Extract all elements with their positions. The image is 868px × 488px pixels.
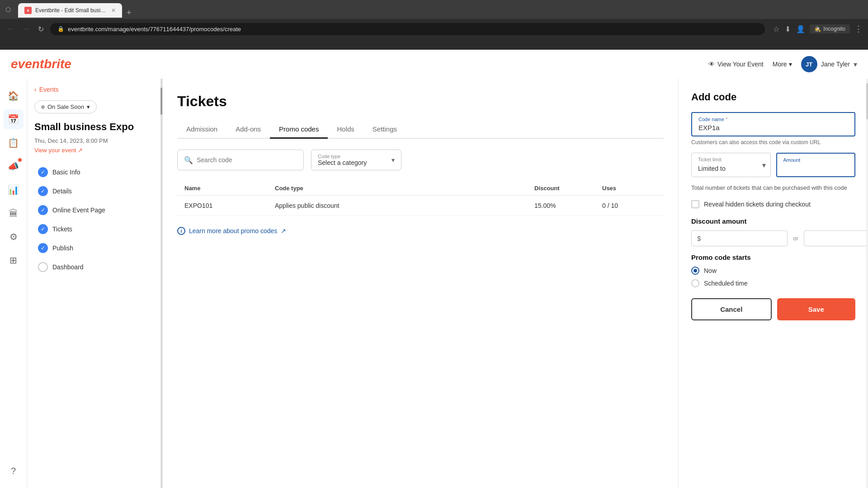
percent-input[interactable]: [810, 235, 868, 242]
sidebar-nav-item[interactable]: Dashboard: [34, 258, 155, 277]
back-to-events[interactable]: ‹ Events: [34, 86, 155, 93]
tab-item[interactable]: Admission: [177, 121, 226, 139]
amount-input[interactable]: [783, 165, 856, 173]
ticket-limit-label: Ticket limit: [692, 153, 770, 162]
back-button[interactable]: ←: [5, 23, 16, 35]
ticket-limit-select[interactable]: Limited to: [692, 164, 770, 176]
radio-scheduled[interactable]: [691, 279, 699, 287]
check-icon: ✓: [38, 167, 48, 177]
table-header-cell: Discount: [534, 185, 602, 192]
save-button[interactable]: Save: [777, 298, 856, 320]
tab-item[interactable]: Settings: [363, 121, 406, 139]
event-sidebar: ‹ Events On Sale Soon ▾ Small business E…: [27, 79, 163, 488]
search-input[interactable]: [197, 156, 297, 164]
learn-more-link[interactable]: i Learn more about promo codes ↗: [177, 227, 664, 235]
table-row: EXPO101 Applies public discount 15.00% 0…: [177, 196, 664, 216]
eye-icon: 👁: [708, 61, 715, 68]
list-nav-button[interactable]: 📋: [4, 133, 24, 153]
tab-close-icon[interactable]: ✕: [111, 7, 116, 14]
workspace-menu[interactable]: ⬡: [5, 6, 11, 13]
page-title: Tickets: [177, 93, 664, 110]
radio-now-label: Now: [704, 267, 717, 274]
status-chevron-icon: ▾: [87, 103, 90, 110]
add-code-panel: Add code Code name * Customers can also …: [678, 79, 868, 488]
total-tickets-text: Total number of tickets that can be purc…: [691, 184, 855, 191]
address-bar[interactable]: 🔒 eventbrite.com/manage/events/776711644…: [50, 23, 765, 35]
view-event-button[interactable]: 👁 View Your Event: [708, 61, 764, 68]
code-type-label: Code type: [318, 154, 367, 159]
discount-row: $ or %: [691, 230, 855, 246]
nav-item-label: Tickets: [52, 225, 72, 233]
sidebar-nav-item[interactable]: ✓Details: [34, 182, 155, 201]
view-event-link[interactable]: View your event ↗: [34, 147, 155, 154]
download-icon[interactable]: ⬇: [785, 25, 791, 33]
sidebar-nav-item[interactable]: ✓Tickets: [34, 220, 155, 239]
sidebar-nav: ✓Basic Info✓Details✓Online Event Page✓Ti…: [34, 163, 155, 277]
dollar-sign: $: [697, 235, 701, 242]
panel-actions: Cancel Save: [691, 298, 855, 320]
cancel-button[interactable]: Cancel: [691, 298, 772, 320]
tab-item[interactable]: Promo codes: [270, 121, 328, 139]
ticket-limit-select-wrapper: Ticket limit Limited to ▾: [691, 153, 771, 177]
gear-nav-button[interactable]: ⚙: [4, 227, 24, 247]
sidebar-nav-item[interactable]: ✓Publish: [34, 239, 155, 258]
radio-now[interactable]: [691, 267, 699, 275]
nav-item-label: Basic Info: [52, 169, 80, 176]
code-name-wrapper: Code name *: [691, 112, 855, 136]
help-nav-button[interactable]: ?: [4, 461, 24, 481]
row-code-type: Applies public discount: [275, 202, 534, 209]
custom-url-helper: Customers can also access this code via …: [691, 139, 855, 145]
code-name-input[interactable]: [698, 124, 848, 131]
calendar-nav-button[interactable]: 📅: [4, 109, 24, 129]
event-title: Small business Expo: [34, 121, 155, 134]
new-tab-button[interactable]: +: [123, 8, 135, 18]
tab-favicon: e: [24, 7, 32, 14]
row-name: EXPO101: [184, 202, 275, 209]
radio-dot: [693, 269, 697, 272]
check-icon: ✓: [38, 243, 48, 253]
back-arrow-icon: ‹: [34, 86, 37, 93]
search-box: 🔍: [177, 150, 304, 170]
forward-button[interactable]: →: [21, 23, 32, 35]
more-button[interactable]: More ▾: [773, 61, 792, 68]
building-nav-button[interactable]: 🏛: [4, 203, 24, 223]
table-header-cell: Name: [184, 185, 275, 192]
radio-scheduled-row: Scheduled time: [691, 279, 855, 287]
code-type-value: Select a category: [318, 159, 367, 166]
check-icon: ✓: [38, 224, 48, 234]
main-content: Tickets AdmissionAdd-onsPromo codesHolds…: [163, 79, 678, 488]
megaphone-nav-button[interactable]: 📣: [4, 156, 24, 176]
table-header: NameCode typeDiscountUses: [177, 181, 664, 196]
chart-nav-button[interactable]: 📊: [4, 180, 24, 200]
sidebar-nav-item[interactable]: ✓Basic Info: [34, 163, 155, 182]
code-type-filter[interactable]: Code type Select a category ▾: [311, 150, 401, 170]
radio-now-row: Now: [691, 267, 855, 275]
profile-icon[interactable]: 👤: [796, 25, 805, 33]
tab-item[interactable]: Add-ons: [226, 121, 270, 139]
learn-more-external-icon: ↗: [281, 227, 286, 235]
home-nav-button[interactable]: 🏠: [4, 86, 24, 106]
promo-starts-label: Promo code starts: [691, 253, 855, 261]
bookmark-icon[interactable]: ☆: [773, 25, 779, 33]
tab-item[interactable]: Holds: [328, 121, 363, 139]
active-tab[interactable]: e Eventbrite - Edit Small busine... ✕: [18, 3, 122, 18]
search-icon: 🔍: [184, 156, 193, 164]
radio-scheduled-label: Scheduled time: [704, 280, 748, 287]
user-name: Jane Tyler: [821, 61, 850, 68]
external-link-icon: ↗: [78, 147, 83, 154]
user-chevron-icon: ▾: [854, 60, 857, 69]
grid-nav-button[interactable]: ⊞: [4, 250, 24, 270]
incognito-icon: 🕵: [814, 26, 821, 32]
refresh-button[interactable]: ↻: [36, 23, 46, 35]
user-menu[interactable]: JT Jane Tyler ▾: [801, 56, 857, 72]
reveal-hidden-checkbox[interactable]: [691, 200, 699, 208]
dollar-input-wrap: $: [691, 230, 788, 246]
row-discount: 15.00%: [534, 202, 602, 209]
menu-icon[interactable]: ⋮: [854, 24, 863, 34]
sidebar-nav-item[interactable]: ✓Online Event Page: [34, 201, 155, 220]
dollar-input[interactable]: [703, 235, 782, 242]
event-date: Thu, Dec 14, 2023, 8:00 PM: [34, 137, 155, 144]
filter-arrow-icon: ▾: [392, 156, 395, 164]
logo[interactable]: eventbrite: [11, 57, 71, 71]
status-badge[interactable]: On Sale Soon ▾: [34, 100, 97, 113]
